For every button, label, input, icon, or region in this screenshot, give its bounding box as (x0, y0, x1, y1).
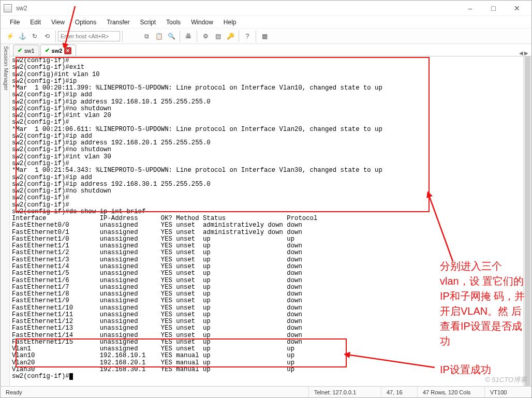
minimize-button[interactable]: – (459, 1, 482, 16)
status-size: 47 Rows, 120 Cols (418, 387, 485, 397)
host-input[interactable] (58, 31, 120, 41)
quick-connect-icon[interactable]: ⚡ (4, 30, 16, 42)
find-icon[interactable]: 🔍 (165, 30, 178, 42)
menu-options[interactable]: Options (71, 18, 100, 27)
reconnect-icon[interactable]: ↻ (28, 30, 41, 42)
tab-close-button[interactable]: ✕ (64, 47, 71, 54)
maximize-button[interactable]: □ (482, 1, 505, 16)
connect-icon[interactable]: ⚓ (16, 30, 28, 42)
watermark: © 51CTO博客 (485, 375, 527, 385)
annotation-text-success: IP设置成功 (440, 362, 491, 377)
toolbar-sep (197, 31, 197, 42)
menu-script[interactable]: Script (136, 18, 160, 27)
copy-icon[interactable]: ⧉ (140, 30, 153, 42)
statusbar: Ready Telnet: 127.0.0.1 47, 16 47 Rows, … (1, 386, 531, 397)
tab-scroll-right-icon[interactable]: ▶ (524, 50, 528, 56)
connected-icon: ✔ (18, 47, 22, 54)
tabstrip: ✔ sw1 ✔ sw2 ✕ ◀ ▶ (10, 44, 531, 56)
toolbar-sep (122, 31, 123, 42)
status-connection: Telnet: 127.0.0.1 (309, 387, 381, 397)
help-icon[interactable]: ? (241, 30, 254, 42)
status-cursor-pos: 47, 16 (381, 387, 418, 397)
window-title: sw2 (16, 5, 27, 12)
tab-sw2[interactable]: ✔ sw2 ✕ (40, 45, 77, 56)
menu-view[interactable]: View (47, 18, 69, 27)
session-manager-sidebar[interactable]: Session Manager (1, 44, 10, 386)
tab-sw1[interactable]: ✔ sw1 (13, 45, 39, 56)
menu-window[interactable]: Window (187, 18, 217, 27)
menubar: File Edit View Options Transfer Script T… (1, 16, 531, 28)
menu-file[interactable]: File (6, 18, 24, 27)
menu-tools[interactable]: Tools (162, 18, 185, 27)
settings-icon[interactable]: ⚙ (199, 30, 212, 42)
tab-scroll-left-icon[interactable]: ◀ (519, 50, 523, 56)
toolbar: ⚡ ⚓ ↻ ⟲ ⧉ 📋 🔍 🖶 ⚙ ▤ 🔑 ? ▦ (1, 28, 531, 44)
toolbar-sep (55, 31, 56, 42)
app-icon (4, 4, 12, 12)
connected-icon: ✔ (45, 47, 50, 54)
status-ready: Ready (1, 387, 309, 397)
tab-label: sw2 (52, 48, 63, 54)
toolbar-sep (256, 31, 256, 42)
disconnect-icon[interactable]: ⟲ (41, 30, 53, 42)
menu-help[interactable]: Help (219, 18, 241, 27)
menu-edit[interactable]: Edit (26, 18, 45, 27)
tab-label: sw1 (24, 48, 35, 54)
status-term-type: VT100 (485, 387, 521, 397)
toggle-panel-icon[interactable]: ▦ (258, 30, 271, 42)
key-icon[interactable]: 🔑 (224, 30, 237, 42)
session-options-icon[interactable]: ▤ (212, 30, 224, 42)
toolbar-sep (239, 31, 239, 42)
titlebar: sw2 – □ ✕ (1, 1, 531, 16)
toolbar-sep (180, 31, 180, 42)
annotation-text-main: 分别进入三个vlan，设 置它们的IP和子网掩 码，并开启VLAN。然 后查看I… (440, 259, 530, 349)
menu-transfer[interactable]: Transfer (102, 18, 134, 27)
close-button[interactable]: ✕ (505, 1, 528, 16)
print-icon[interactable]: 🖶 (182, 30, 195, 42)
paste-icon[interactable]: 📋 (153, 30, 165, 42)
